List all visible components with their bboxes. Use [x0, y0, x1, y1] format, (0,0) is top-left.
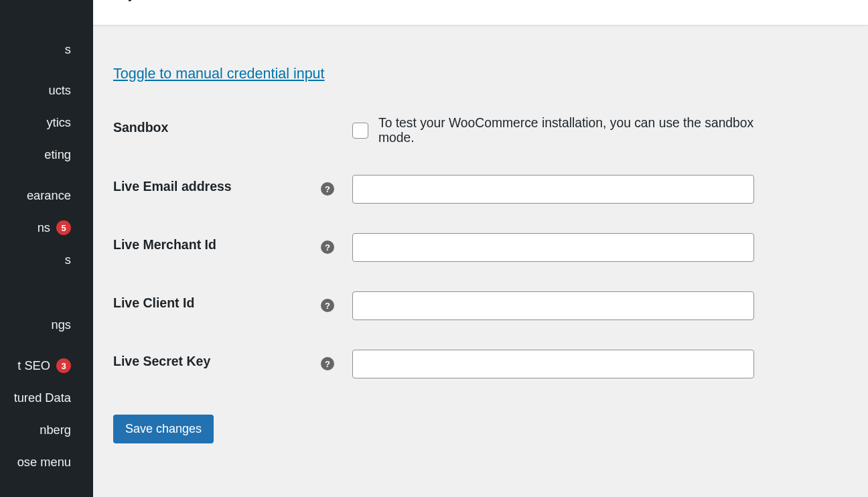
help-icon[interactable]: ? [321, 357, 334, 370]
live-secret-label: Live Secret Key [113, 350, 321, 369]
top-bar: Payments [93, 0, 868, 25]
page-title: Payments [113, 0, 170, 2]
sidebar-item-label: s [65, 42, 71, 57]
sidebar-item-0[interactable]: s [0, 33, 93, 66]
live-secret-input[interactable] [352, 350, 754, 378]
sidebar-item-label: earance [27, 188, 71, 203]
main-content: Payments Toggle to manual credential inp… [93, 0, 868, 497]
live-merchant-label: Live Merchant Id [113, 233, 321, 253]
sidebar-item-appearance[interactable]: earance [0, 180, 93, 212]
sidebar-item-structured-data[interactable]: tured Data [0, 382, 93, 414]
live-client-row: Live Client Id ? [113, 291, 848, 320]
help-icon[interactable]: ? [321, 240, 334, 254]
sidebar-item-products[interactable]: ucts [0, 74, 93, 106]
sidebar-item-collapse-menu[interactable]: ose menu [0, 446, 93, 478]
sidebar-item-plugins[interactable]: ns 5 [0, 212, 93, 244]
sidebar-item-gutenberg[interactable]: nberg [0, 414, 93, 446]
live-merchant-row: Live Merchant Id ? [113, 233, 848, 262]
sidebar-item-users[interactable]: s [0, 244, 93, 276]
sandbox-checkbox[interactable] [352, 123, 368, 139]
save-button[interactable]: Save changes [113, 415, 214, 443]
sidebar-item-label: ns [38, 220, 50, 235]
plugins-badge: 5 [56, 220, 71, 235]
sandbox-label: Sandbox [113, 116, 321, 135]
live-client-label: Live Client Id [113, 291, 321, 311]
toggle-credential-link[interactable]: Toggle to manual credential input [113, 66, 325, 82]
sidebar-item-label: tured Data [14, 390, 71, 405]
sidebar-item-label: nberg [40, 423, 71, 437]
live-email-label: Live Email address [113, 175, 321, 194]
live-email-row: Live Email address ? [113, 175, 848, 204]
sidebar-item-label: t SEO [17, 358, 50, 373]
live-merchant-input[interactable] [352, 233, 754, 262]
seo-badge: 3 [56, 358, 71, 373]
sidebar-item-label: ngs [52, 317, 71, 332]
help-icon[interactable]: ? [321, 182, 334, 196]
sidebar-item-seo[interactable]: t SEO 3 [0, 350, 93, 382]
sidebar-item-marketing[interactable]: eting [0, 139, 93, 171]
sidebar-item-settings[interactable]: ngs [0, 309, 93, 341]
live-secret-row: Live Secret Key ? [113, 350, 848, 378]
settings-form: Sandbox To test your WooCommerce install… [113, 116, 848, 443]
sidebar-item-label: ytics [46, 115, 71, 130]
sidebar-item-analytics[interactable]: ytics [0, 106, 93, 139]
sandbox-row: Sandbox To test your WooCommerce install… [113, 116, 848, 145]
live-email-input[interactable] [352, 175, 754, 204]
sidebar-item-label: s [65, 253, 71, 267]
sidebar-item-label: ucts [48, 83, 71, 98]
content-area: Toggle to manual credential input Sandbo… [93, 25, 868, 464]
sidebar-item-label: eting [44, 147, 71, 162]
help-icon[interactable]: ? [321, 299, 334, 312]
sidebar-item-label: ose menu [17, 455, 71, 470]
live-client-input[interactable] [352, 291, 754, 320]
admin-sidebar: s ucts ytics eting earance ns 5 s ngs t … [0, 0, 93, 497]
sandbox-description: To test your WooCommerce installation, y… [378, 116, 754, 145]
